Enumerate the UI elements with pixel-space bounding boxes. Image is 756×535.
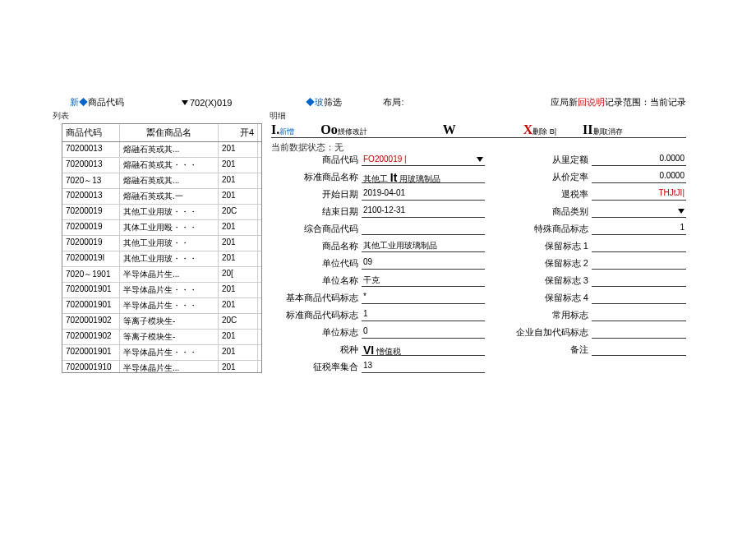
form-field[interactable]: THJtJI| [592, 187, 686, 201]
form-row: 单位代码09保留标志 2 [271, 256, 686, 270]
table-row[interactable]: 7020001902等离子模块生-201 [62, 330, 261, 345]
td-code: 7020001901 [62, 298, 120, 313]
form-label: 特殊商品标志 [509, 223, 592, 235]
tb-new-big: I. [271, 122, 279, 137]
filter-diamond-icon: ◆ [306, 97, 315, 107]
table-row[interactable]: 7020001901半导体晶片生・・・201 [62, 345, 261, 361]
table-row[interactable]: 7020～13熔融石英或其...201 [62, 173, 261, 189]
form-field[interactable]: 其他工业用玻璃制品 [362, 239, 485, 252]
td-code: 7020001901 [62, 283, 120, 297]
td-code: 70200019 [62, 236, 120, 251]
form-field[interactable]: 09 [362, 256, 485, 270]
form-row: 综合商品代码特殊商品标志1 [271, 221, 686, 236]
form-row: 标准商品名称其他工 It 用玻璃制品从价定率0.0000 [271, 169, 686, 184]
form-field[interactable]: 其他工 It 用玻璃制品 [362, 170, 485, 183]
form-field[interactable]: 1 [592, 222, 686, 235]
form-field[interactable]: 13 [362, 360, 485, 373]
form-row: 开始日期2019-04-01退税率THJtJI| [271, 187, 686, 201]
td-code: 70200013 [62, 142, 120, 157]
table-row[interactable]: A70200019I其他工业用玻・・・201 [62, 251, 261, 267]
form-field[interactable] [592, 239, 686, 252]
form-field[interactable]: 干克 [362, 274, 485, 287]
table-row[interactable]: 70200019其他工业用玻・・201 [62, 236, 261, 251]
chevron-down-icon [182, 100, 188, 105]
table-row[interactable]: 7020001902等离子模块生-20C [62, 314, 261, 330]
th-open[interactable]: 开4 [219, 124, 258, 141]
td-open: 20C [219, 314, 258, 329]
form-label: 单位标志 [271, 326, 362, 339]
form-row: 基本商品代码标志*保留标志 4 [271, 290, 686, 305]
form-field[interactable]: 0.0000 [592, 170, 686, 183]
top-bar: 新◆商品代码 702(X)019 ◆玻筛选 布局: 应局新回说明记录范围：当前记… [70, 96, 686, 108]
form-row: 单位名称干克保留标志 3 [271, 273, 686, 288]
td-open: 20[ [219, 267, 258, 282]
new-label: 商品代码 [88, 97, 124, 107]
form-label: 标准商品名称 [271, 171, 362, 183]
td-name: 熔融石英或其・・・ [120, 158, 219, 173]
tb-w-big: W [443, 122, 456, 137]
form-label: 标准商品代码标志 [271, 309, 362, 321]
form-field[interactable] [592, 325, 686, 339]
refresh-red: 回说明 [578, 97, 605, 107]
td-code: 7020001902 [62, 330, 120, 344]
form-field[interactable]: VI 憎值税 [362, 343, 485, 356]
form-field[interactable]: * [362, 291, 485, 304]
code-dropdown[interactable]: 702(X)019 [182, 98, 232, 108]
table-row[interactable]: 7020001901半导体晶片生・・・201 [62, 298, 261, 314]
form-field[interactable] [592, 343, 686, 356]
tb-edit[interactable]: Oo 鰻修改計 [320, 122, 366, 137]
td-name: 半导体晶片生・・・ [120, 345, 219, 360]
th-code[interactable]: 商品代码 [62, 124, 120, 141]
tb-cancel[interactable]: II 删取消存 [583, 122, 622, 137]
tb-new[interactable]: I. 新憎 [271, 122, 294, 137]
table-header: 商品代码 鬻隹商品名 开4 [62, 124, 261, 142]
form-row: 结束日期2100-12-31商品类别 [271, 204, 686, 219]
form-field[interactable] [592, 308, 686, 321]
form-row: 标准商品代码标志1常用标志 [271, 307, 686, 322]
form-field[interactable]: 0.0000 [592, 153, 686, 166]
form-field[interactable] [592, 274, 686, 287]
table-row[interactable]: 70200019其他工业用玻・・・20C [62, 205, 261, 220]
td-code: 70200013 [62, 158, 120, 173]
form-field[interactable] [592, 205, 686, 218]
layout-label: 布局: [383, 96, 403, 108]
new-code-link[interactable]: 新◆商品代码 [70, 96, 124, 108]
form-field[interactable] [362, 222, 485, 235]
form-field[interactable]: 2019-04-01 [362, 187, 485, 201]
td-code: 7020～13 [62, 173, 120, 188]
table-row[interactable]: 70200013熔融石英或其.一201 [62, 189, 261, 205]
form-field[interactable] [592, 256, 686, 270]
form-field[interactable]: 1 [362, 308, 485, 321]
form-field[interactable]: FO200019 | [362, 153, 485, 166]
tb-delete[interactable]: X 删除 B| [523, 122, 556, 137]
table-row[interactable]: 7020～1901半导体晶片生...20[ [62, 267, 261, 283]
td-code: 7020001902 [62, 314, 120, 329]
td-name: 其他工业用玻・・・ [120, 205, 219, 219]
refresh-link[interactable]: 应局新回说明记录范围：当前记录 [551, 96, 686, 108]
table-row[interactable]: 7020001901半导体晶片生・・・201 [62, 283, 261, 298]
refresh-prefix: 应局新 [551, 97, 578, 107]
tb-delete-text: 删除 B| [532, 127, 556, 137]
table-row[interactable]: 70200019其体工业用殴・・・201 [62, 220, 261, 236]
tb-w[interactable]: W [443, 122, 456, 137]
form-field[interactable] [592, 291, 686, 304]
table-row[interactable]: 7020001910半导体晶片生...201 [62, 361, 261, 372]
table-row[interactable]: 70200013熔融石英或其...201 [62, 142, 261, 158]
chevron-down-icon [678, 209, 685, 214]
td-open: 20C [219, 205, 258, 219]
td-name: 熔融石英或其.一 [120, 189, 219, 204]
tb-edit-big: Oo [320, 122, 337, 137]
form-label: 综合商品代码 [271, 223, 362, 235]
form-label: 企业自加代码标志 [509, 326, 592, 339]
td-code: 70200019 [62, 220, 120, 235]
td-open: 201 [219, 158, 258, 173]
form-label: 从价定率 [509, 171, 592, 183]
form-field[interactable]: 0 [362, 325, 485, 339]
product-table: 商品代码 鬻隹商品名 开4 70200013熔融石英或其...201702000… [62, 123, 262, 373]
form-row: 单位标志0企业自加代码标志 [271, 325, 686, 339]
form-field[interactable]: 2100-12-31 [362, 205, 485, 218]
td-name: 半导体晶片生・・・ [120, 283, 219, 297]
th-name[interactable]: 鬻隹商品名 [120, 124, 219, 141]
filter-link[interactable]: ◆玻筛选 [306, 96, 342, 108]
table-row[interactable]: 70200013熔融石英或其・・・201 [62, 158, 261, 173]
